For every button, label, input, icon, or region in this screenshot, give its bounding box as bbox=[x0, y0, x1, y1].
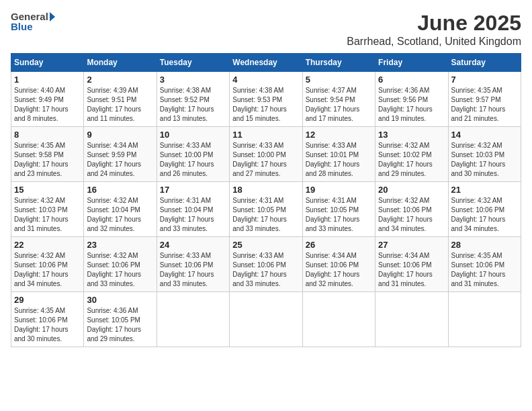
day-cell-27: 27Sunrise: 4:34 AM Sunset: 10:06 PM Dayl… bbox=[375, 237, 448, 292]
day-cell-8: 8Sunrise: 4:35 AM Sunset: 9:58 PM Daylig… bbox=[11, 127, 84, 182]
empty-cell bbox=[375, 292, 448, 347]
day-number: 26 bbox=[306, 240, 372, 250]
location-title: Barrhead, Scotland, United Kingdom bbox=[347, 36, 521, 48]
day-cell-30: 30Sunrise: 4:36 AM Sunset: 10:05 PM Dayl… bbox=[84, 292, 157, 347]
day-info: Sunrise: 4:37 AM Sunset: 9:54 PM Dayligh… bbox=[306, 86, 372, 124]
title-area: June 2025 Barrhead, Scotland, United Kin… bbox=[347, 11, 521, 48]
day-info: Sunrise: 4:38 AM Sunset: 9:52 PM Dayligh… bbox=[160, 86, 226, 124]
day-cell-7: 7Sunrise: 4:35 AM Sunset: 9:57 PM Daylig… bbox=[448, 72, 521, 127]
day-number: 21 bbox=[451, 185, 518, 195]
day-info: Sunrise: 4:35 AM Sunset: 10:06 PM Daylig… bbox=[451, 251, 518, 289]
day-cell-15: 15Sunrise: 4:32 AM Sunset: 10:03 PM Dayl… bbox=[11, 182, 84, 237]
day-cell-23: 23Sunrise: 4:32 AM Sunset: 10:06 PM Dayl… bbox=[84, 237, 157, 292]
day-info: Sunrise: 4:39 AM Sunset: 9:51 PM Dayligh… bbox=[87, 86, 153, 124]
day-cell-14: 14Sunrise: 4:32 AM Sunset: 10:03 PM Dayl… bbox=[448, 127, 521, 182]
day-number: 13 bbox=[378, 130, 445, 140]
day-number: 4 bbox=[232, 75, 299, 85]
day-number: 12 bbox=[306, 130, 372, 140]
day-header-tuesday: Tuesday bbox=[157, 54, 229, 72]
day-info: Sunrise: 4:31 AM Sunset: 10:05 PM Daylig… bbox=[306, 196, 372, 234]
day-cell-28: 28Sunrise: 4:35 AM Sunset: 10:06 PM Dayl… bbox=[448, 237, 521, 292]
day-cell-12: 12Sunrise: 4:33 AM Sunset: 10:01 PM Dayl… bbox=[302, 127, 375, 182]
day-number: 28 bbox=[451, 240, 518, 250]
day-number: 22 bbox=[14, 240, 81, 250]
day-info: Sunrise: 4:32 AM Sunset: 10:06 PM Daylig… bbox=[451, 196, 518, 234]
day-number: 16 bbox=[87, 185, 153, 195]
day-cell-10: 10Sunrise: 4:33 AM Sunset: 10:00 PM Dayl… bbox=[157, 127, 229, 182]
day-number: 2 bbox=[87, 75, 153, 85]
day-cell-20: 20Sunrise: 4:32 AM Sunset: 10:06 PM Dayl… bbox=[375, 182, 448, 237]
day-info: Sunrise: 4:32 AM Sunset: 10:03 PM Daylig… bbox=[451, 141, 518, 179]
day-cell-29: 29Sunrise: 4:35 AM Sunset: 10:06 PM Dayl… bbox=[11, 292, 84, 347]
day-info: Sunrise: 4:32 AM Sunset: 10:06 PM Daylig… bbox=[378, 196, 445, 234]
day-info: Sunrise: 4:31 AM Sunset: 10:04 PM Daylig… bbox=[160, 196, 226, 234]
day-cell-16: 16Sunrise: 4:32 AM Sunset: 10:04 PM Dayl… bbox=[84, 182, 157, 237]
week-row-4: 22Sunrise: 4:32 AM Sunset: 10:06 PM Dayl… bbox=[11, 237, 521, 292]
day-info: Sunrise: 4:36 AM Sunset: 9:56 PM Dayligh… bbox=[378, 86, 445, 124]
day-info: Sunrise: 4:33 AM Sunset: 10:00 PM Daylig… bbox=[232, 141, 299, 179]
day-info: Sunrise: 4:33 AM Sunset: 10:06 PM Daylig… bbox=[232, 251, 299, 289]
day-number: 27 bbox=[378, 240, 445, 250]
day-info: Sunrise: 4:38 AM Sunset: 9:53 PM Dayligh… bbox=[232, 86, 299, 124]
empty-cell bbox=[448, 292, 521, 347]
day-info: Sunrise: 4:35 AM Sunset: 9:57 PM Dayligh… bbox=[451, 86, 518, 124]
day-header-thursday: Thursday bbox=[302, 54, 375, 72]
day-cell-1: 1Sunrise: 4:40 AM Sunset: 9:49 PM Daylig… bbox=[11, 72, 84, 127]
day-number: 17 bbox=[160, 185, 226, 195]
day-info: Sunrise: 4:33 AM Sunset: 10:00 PM Daylig… bbox=[160, 141, 226, 179]
logo-arrow-icon bbox=[50, 12, 55, 21]
day-info: Sunrise: 4:33 AM Sunset: 10:06 PM Daylig… bbox=[160, 251, 226, 289]
day-header-sunday: Sunday bbox=[11, 54, 84, 72]
day-header-friday: Friday bbox=[375, 54, 448, 72]
day-cell-22: 22Sunrise: 4:32 AM Sunset: 10:06 PM Dayl… bbox=[11, 237, 84, 292]
day-number: 10 bbox=[160, 130, 226, 140]
day-cell-5: 5Sunrise: 4:37 AM Sunset: 9:54 PM Daylig… bbox=[302, 72, 375, 127]
day-cell-26: 26Sunrise: 4:34 AM Sunset: 10:06 PM Dayl… bbox=[302, 237, 375, 292]
day-cell-13: 13Sunrise: 4:32 AM Sunset: 10:02 PM Dayl… bbox=[375, 127, 448, 182]
week-row-5: 29Sunrise: 4:35 AM Sunset: 10:06 PM Dayl… bbox=[11, 292, 521, 347]
logo-wrapper: General Blue bbox=[11, 11, 55, 32]
week-row-2: 8Sunrise: 4:35 AM Sunset: 9:58 PM Daylig… bbox=[11, 127, 521, 182]
day-number: 23 bbox=[87, 240, 153, 250]
day-header-saturday: Saturday bbox=[448, 54, 521, 72]
day-info: Sunrise: 4:32 AM Sunset: 10:06 PM Daylig… bbox=[87, 251, 153, 289]
day-number: 6 bbox=[378, 75, 445, 85]
day-number: 7 bbox=[451, 75, 518, 85]
empty-cell bbox=[157, 292, 229, 347]
day-number: 3 bbox=[160, 75, 226, 85]
day-header-monday: Monday bbox=[84, 54, 157, 72]
day-number: 11 bbox=[232, 130, 299, 140]
day-cell-21: 21Sunrise: 4:32 AM Sunset: 10:06 PM Dayl… bbox=[448, 182, 521, 237]
day-info: Sunrise: 4:32 AM Sunset: 10:03 PM Daylig… bbox=[14, 196, 81, 234]
day-cell-24: 24Sunrise: 4:33 AM Sunset: 10:06 PM Dayl… bbox=[157, 237, 229, 292]
day-info: Sunrise: 4:35 AM Sunset: 10:06 PM Daylig… bbox=[14, 306, 81, 344]
day-cell-3: 3Sunrise: 4:38 AM Sunset: 9:52 PM Daylig… bbox=[157, 72, 229, 127]
logo-blue-text: Blue bbox=[11, 21, 55, 32]
day-cell-9: 9Sunrise: 4:34 AM Sunset: 9:59 PM Daylig… bbox=[84, 127, 157, 182]
day-number: 5 bbox=[306, 75, 372, 85]
week-row-1: 1Sunrise: 4:40 AM Sunset: 9:49 PM Daylig… bbox=[11, 72, 521, 127]
day-cell-11: 11Sunrise: 4:33 AM Sunset: 10:00 PM Dayl… bbox=[230, 127, 302, 182]
day-number: 18 bbox=[232, 185, 299, 195]
day-info: Sunrise: 4:34 AM Sunset: 10:06 PM Daylig… bbox=[378, 251, 445, 289]
day-info: Sunrise: 4:32 AM Sunset: 10:04 PM Daylig… bbox=[87, 196, 153, 234]
day-info: Sunrise: 4:33 AM Sunset: 10:01 PM Daylig… bbox=[306, 141, 372, 179]
day-cell-4: 4Sunrise: 4:38 AM Sunset: 9:53 PM Daylig… bbox=[230, 72, 302, 127]
day-number: 29 bbox=[14, 295, 81, 305]
page-header: General Blue June 2025 Barrhead, Scotlan… bbox=[11, 11, 521, 48]
day-number: 25 bbox=[232, 240, 299, 250]
day-cell-2: 2Sunrise: 4:39 AM Sunset: 9:51 PM Daylig… bbox=[84, 72, 157, 127]
calendar-table: SundayMondayTuesdayWednesdayThursdayFrid… bbox=[11, 53, 521, 347]
day-number: 9 bbox=[87, 130, 153, 140]
day-info: Sunrise: 4:34 AM Sunset: 10:06 PM Daylig… bbox=[306, 251, 372, 289]
day-number: 14 bbox=[451, 130, 518, 140]
day-number: 15 bbox=[14, 185, 81, 195]
month-title: June 2025 bbox=[347, 11, 521, 36]
day-info: Sunrise: 4:32 AM Sunset: 10:06 PM Daylig… bbox=[14, 251, 81, 289]
logo: General Blue bbox=[11, 11, 55, 32]
day-number: 1 bbox=[14, 75, 81, 85]
day-header-wednesday: Wednesday bbox=[230, 54, 302, 72]
day-number: 20 bbox=[378, 185, 445, 195]
day-info: Sunrise: 4:32 AM Sunset: 10:02 PM Daylig… bbox=[378, 141, 445, 179]
calendar-header-row: SundayMondayTuesdayWednesdayThursdayFrid… bbox=[11, 54, 521, 72]
